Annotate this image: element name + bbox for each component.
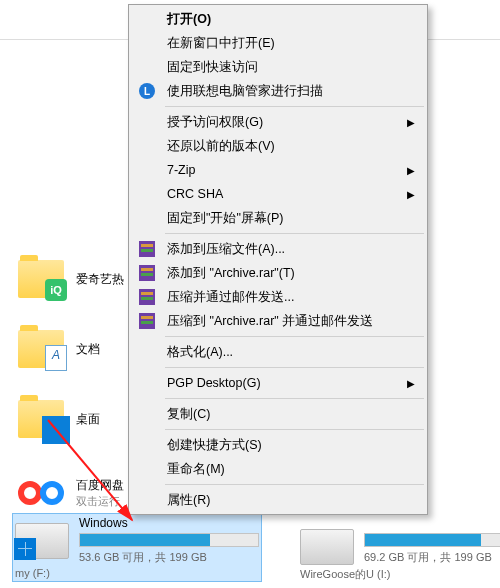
menu-pgp[interactable]: PGP Desktop(G) ▶ xyxy=(131,371,425,395)
lenovo-icon: L xyxy=(137,81,157,101)
drive-info: 69.2 GB 可用，共 199 GB xyxy=(364,550,500,565)
drive-mount: WireGoose的U (I:) xyxy=(300,567,500,582)
chevron-right-icon: ▶ xyxy=(407,189,415,200)
folder-icon: A xyxy=(18,330,64,368)
menu-7zip[interactable]: 7-Zip ▶ xyxy=(131,158,425,182)
baidu-netdisk-icon xyxy=(18,470,64,516)
menu-restore-previous[interactable]: 还原以前的版本(V) xyxy=(131,134,425,158)
menu-compress-email[interactable]: 压缩并通过邮件发送... xyxy=(131,285,425,309)
menu-pin-start[interactable]: 固定到"开始"屏幕(P) xyxy=(131,206,425,230)
separator xyxy=(165,398,424,399)
menu-open[interactable]: 打开(O) xyxy=(131,7,425,31)
menu-format[interactable]: 格式化(A)... xyxy=(131,340,425,364)
separator xyxy=(165,336,424,337)
document-icon: A xyxy=(45,345,67,371)
separator xyxy=(165,106,424,107)
winrar-icon xyxy=(137,239,157,259)
drive-usage-bar xyxy=(364,533,500,547)
separator xyxy=(165,233,424,234)
menu-add-archive[interactable]: 添加到压缩文件(A)... xyxy=(131,237,425,261)
folder-label: 桌面 xyxy=(76,411,100,428)
chevron-right-icon: ▶ xyxy=(407,165,415,176)
drive-c[interactable]: Windows 53.6 GB 可用，共 199 GB my (F:) xyxy=(12,513,262,582)
drive-icon xyxy=(300,529,354,565)
menu-grant-access[interactable]: 授予访问权限(G) ▶ xyxy=(131,110,425,134)
separator xyxy=(165,367,424,368)
folder-icon xyxy=(18,400,64,438)
winrar-icon xyxy=(137,287,157,307)
desktop-icon xyxy=(42,416,70,444)
menu-crc-sha[interactable]: CRC SHA ▶ xyxy=(131,182,425,206)
drive-mount: my (F:) xyxy=(15,567,259,579)
menu-properties[interactable]: 属性(R) xyxy=(131,488,425,512)
iqiyi-icon: iQ xyxy=(45,279,67,301)
chevron-right-icon: ▶ xyxy=(407,117,415,128)
drive-other[interactable]: 69.2 GB 可用，共 199 GB WireGoose的U (I:) xyxy=(300,529,500,582)
chevron-right-icon: ▶ xyxy=(407,378,415,389)
drive-usage-bar xyxy=(79,533,259,547)
folder-label: 爱奇艺热 xyxy=(76,271,124,288)
menu-add-to-rar[interactable]: 添加到 "Archive.rar"(T) xyxy=(131,261,425,285)
menu-lenovo-scan[interactable]: L 使用联想电脑管家进行扫描 xyxy=(131,79,425,103)
menu-copy[interactable]: 复制(C) xyxy=(131,402,425,426)
context-menu: 打开(O) 在新窗口中打开(E) 固定到快速访问 L 使用联想电脑管家进行扫描 … xyxy=(128,4,428,515)
folder-label: 文档 xyxy=(76,341,100,358)
menu-pin-quick-access[interactable]: 固定到快速访问 xyxy=(131,55,425,79)
folder-sub: 双击运行 xyxy=(76,494,124,509)
separator xyxy=(165,429,424,430)
drive-name: Windows xyxy=(79,516,259,530)
menu-rename[interactable]: 重命名(M) xyxy=(131,457,425,481)
menu-create-shortcut[interactable]: 创建快捷方式(S) xyxy=(131,433,425,457)
folder-icon: iQ xyxy=(18,260,64,298)
drive-icon xyxy=(15,523,69,559)
winrar-icon xyxy=(137,311,157,331)
menu-open-new-window[interactable]: 在新窗口中打开(E) xyxy=(131,31,425,55)
menu-compress-rar-email[interactable]: 压缩到 "Archive.rar" 并通过邮件发送 xyxy=(131,309,425,333)
drive-info: 53.6 GB 可用，共 199 GB xyxy=(79,550,259,565)
folder-label: 百度网盘 xyxy=(76,477,124,494)
separator xyxy=(165,484,424,485)
winrar-icon xyxy=(137,263,157,283)
